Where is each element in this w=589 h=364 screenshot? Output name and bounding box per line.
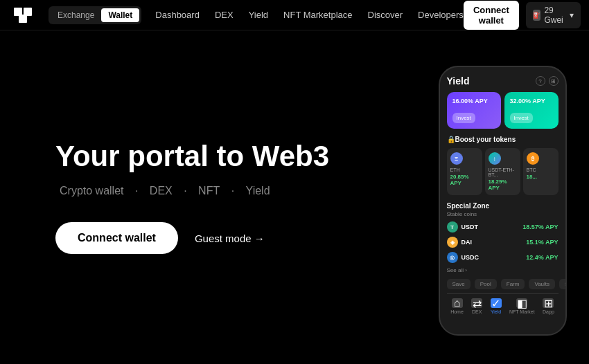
phone-tab-dex[interactable]: ⇄ DEX bbox=[471, 298, 482, 314]
boost-token-multi: ↕ USDT-ETH-BT... 18.29% APY bbox=[485, 148, 520, 195]
yield-cards-row: 16.00% APY Invest 32.00% APY Invest bbox=[447, 92, 559, 129]
phone-tab-yield[interactable]: ✓ Yield bbox=[491, 298, 502, 314]
yield-icon: ✓ bbox=[491, 298, 502, 308]
header: Exchange Wallet Dashboard DEX Yield NFT … bbox=[0, 0, 589, 30]
hero-actions: Connect wallet Guest mode → bbox=[55, 222, 381, 254]
subtitle-nft: NFT bbox=[198, 185, 220, 197]
gwei-value: 29 Gwei bbox=[544, 6, 566, 25]
boost-multi-name: USDT-ETH-BT... bbox=[489, 167, 517, 177]
see-all[interactable]: See all › bbox=[447, 267, 559, 273]
dot2: · bbox=[184, 185, 186, 197]
nav-dex[interactable]: DEX bbox=[215, 10, 234, 20]
yield-apr-purple: 16.00% APY bbox=[452, 98, 495, 104]
farm-btn[interactable]: Farm bbox=[501, 279, 525, 289]
phone-tab-dapp[interactable]: ⊞ Dapp bbox=[543, 298, 554, 314]
save-pool-row: Save Pool Farm Vaults Stake bbox=[447, 279, 559, 289]
boost-multi-apy: 18.29% APY bbox=[489, 179, 517, 191]
usdc-apy: 12.4% APY bbox=[526, 254, 558, 261]
gas-icon: ⛽ bbox=[533, 10, 541, 21]
nav-dashboard[interactable]: Dashboard bbox=[155, 10, 200, 20]
dapp-icon: ⊞ bbox=[543, 298, 554, 308]
nft-icon: ◧ bbox=[516, 298, 527, 308]
stake-btn[interactable]: Stake bbox=[559, 279, 565, 289]
gwei-badge[interactable]: ⛽ 29 Gwei ▾ bbox=[526, 2, 581, 28]
usdc-icon: ◎ bbox=[447, 252, 458, 263]
connect-wallet-header-button[interactable]: Connect wallet bbox=[464, 1, 519, 30]
dot3: · bbox=[231, 185, 234, 197]
nav-nft-marketplace[interactable]: NFT Marketplace bbox=[283, 10, 352, 20]
boost-title: 🔒Boost your tokens bbox=[447, 136, 559, 143]
boost-token-eth: Ξ ETH 20.85% APY bbox=[447, 148, 482, 195]
boost-tokens-row: Ξ ETH 20.85% APY ↕ USDT-ETH-BT... 18.29%… bbox=[447, 148, 559, 195]
yield-card-purple: 16.00% APY Invest bbox=[447, 92, 501, 129]
phone-section-title: Yield bbox=[447, 75, 470, 87]
logo bbox=[14, 8, 42, 23]
phone-tab-nft[interactable]: ◧ NFT Market bbox=[509, 298, 535, 314]
phone-mockup: Yield ? ⊞ 16.00% APY Invest 32.00% APY I… bbox=[439, 66, 567, 336]
exchange-wallet-tabs: Exchange Wallet bbox=[49, 6, 141, 24]
yield-card-teal: 32.00% APY Invest bbox=[504, 92, 559, 129]
save-btn[interactable]: Save bbox=[447, 279, 471, 289]
usdt-icon: T bbox=[447, 221, 458, 233]
invest-btn-teal[interactable]: Invest bbox=[510, 113, 533, 123]
nav-yield[interactable]: Yield bbox=[249, 10, 268, 20]
dapp-tab-label: Dapp bbox=[543, 309, 554, 314]
boost-eth-name: ETH bbox=[450, 167, 479, 172]
hero-title: Your portal to Web3 bbox=[55, 140, 346, 172]
phone-bottom-tabs: ⌂ Home ⇄ DEX ✓ Yield ◧ NFT Market bbox=[447, 293, 559, 314]
phone-header: Yield ? ⊞ bbox=[447, 75, 559, 87]
usdt-name: USDT bbox=[461, 224, 479, 230]
dai-apy: 15.1% APY bbox=[526, 239, 558, 246]
nav-discover[interactable]: Discover bbox=[368, 10, 403, 20]
phone-tab-home[interactable]: ⌂ Home bbox=[450, 298, 464, 314]
hero-subtitle: Crypto wallet · DEX · NFT · Yield bbox=[55, 185, 381, 197]
phone-content: Yield ? ⊞ 16.00% APY Invest 32.00% APY I… bbox=[440, 67, 565, 334]
usdt-apy: 18.57% APY bbox=[522, 224, 558, 230]
header-right: Connect wallet ⛽ 29 Gwei ▾ bbox=[464, 1, 581, 30]
connect-wallet-button[interactable]: Connect wallet bbox=[55, 222, 178, 254]
boost-btc-apy: 18... bbox=[527, 174, 555, 180]
usdc-name: USDC bbox=[461, 254, 480, 261]
grid-icon: ⊞ bbox=[549, 76, 559, 86]
yield-tab-label: Yield bbox=[491, 309, 501, 314]
main-nav: Dashboard DEX Yield NFT Marketplace Disc… bbox=[155, 10, 464, 20]
subtitle-wallet: Crypto wallet bbox=[60, 185, 123, 197]
phone-header-icons: ? ⊞ bbox=[536, 76, 559, 86]
multi-icon: ↕ bbox=[489, 152, 501, 165]
info-icon: ? bbox=[536, 76, 545, 86]
vaults-btn[interactable]: Vaults bbox=[529, 279, 555, 289]
svg-rect-2 bbox=[19, 15, 27, 23]
usdt-row: T USDT 18.57% APY bbox=[447, 221, 559, 233]
main-content: Your portal to Web3 Crypto wallet · DEX … bbox=[0, 30, 589, 364]
usdc-row: ◎ USDC 12.4% APY bbox=[447, 252, 559, 263]
hero-section: Your portal to Web3 Crypto wallet · DEX … bbox=[0, 30, 437, 364]
boost-btc-name: BTC bbox=[527, 167, 555, 172]
stable-coins-label: Stable coins bbox=[447, 211, 559, 217]
eth-icon: Ξ bbox=[450, 152, 463, 165]
chevron-down-icon: ▾ bbox=[570, 10, 574, 20]
nft-tab-label: NFT Market bbox=[509, 309, 535, 314]
tab-exchange[interactable]: Exchange bbox=[51, 8, 101, 22]
invest-btn-purple[interactable]: Invest bbox=[452, 113, 475, 123]
pool-btn[interactable]: Pool bbox=[475, 279, 497, 289]
dai-row: ◈ DAI 15.1% APY bbox=[447, 237, 559, 248]
btc-icon: ₿ bbox=[527, 152, 539, 165]
dot1: · bbox=[135, 185, 138, 197]
boost-token-btc: ₿ BTC 18... bbox=[523, 148, 559, 195]
yield-apr-teal: 32.00% APY bbox=[510, 98, 553, 104]
subtitle-dex: DEX bbox=[150, 185, 173, 197]
dai-name: DAI bbox=[461, 239, 473, 246]
home-icon: ⌂ bbox=[452, 298, 463, 308]
dex-icon: ⇄ bbox=[471, 298, 482, 308]
dai-icon: ◈ bbox=[447, 237, 458, 248]
tab-wallet[interactable]: Wallet bbox=[101, 8, 139, 22]
subtitle-yield: Yield bbox=[246, 185, 270, 197]
phone-section: Yield ? ⊞ 16.00% APY Invest 32.00% APY I… bbox=[437, 30, 589, 364]
guest-mode-button[interactable]: Guest mode → bbox=[195, 233, 265, 244]
special-zone-title: Special Zone bbox=[447, 202, 559, 210]
boost-eth-apy: 20.85% APY bbox=[450, 174, 479, 186]
nav-developers[interactable]: Developers bbox=[418, 10, 464, 20]
dex-tab-label: DEX bbox=[472, 309, 482, 314]
home-tab-label: Home bbox=[450, 309, 464, 314]
